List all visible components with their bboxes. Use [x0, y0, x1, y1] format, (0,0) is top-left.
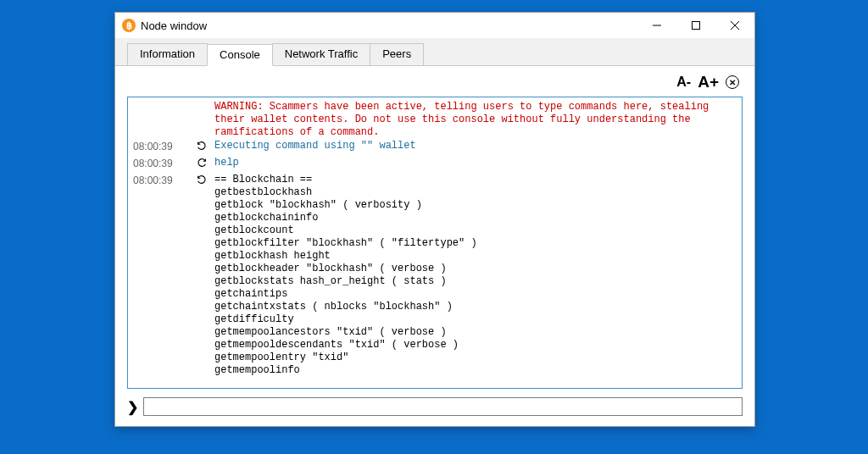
window-title: Node window [141, 19, 207, 32]
console-row: 08:00:39== Blockchain == getbestblockhas… [133, 174, 737, 377]
arrow-out-icon [184, 140, 214, 156]
console-output[interactable]: WARNING: Scammers have been active, tell… [127, 97, 743, 389]
titlebar: ฿ Node window [115, 13, 754, 38]
timestamp: 08:00:39 [133, 157, 184, 170]
timestamp: 08:00:39 [133, 140, 184, 153]
tab-peers[interactable]: Peers [370, 43, 424, 65]
svg-rect-1 [693, 22, 700, 30]
close-button[interactable] [715, 13, 754, 38]
console-warning-row: WARNING: Scammers have been active, tell… [133, 101, 737, 139]
prompt-icon: ❯ [127, 399, 138, 415]
console-warning: WARNING: Scammers have been active, tell… [214, 101, 737, 139]
clear-console-button[interactable]: ✕ [726, 75, 739, 89]
bitcoin-icon: ฿ [122, 19, 136, 32]
console-input[interactable] [143, 397, 743, 416]
arrow-in-icon [184, 157, 214, 173]
timestamp: 08:00:39 [133, 174, 184, 187]
font-increase-button[interactable]: A+ [698, 73, 719, 91]
tab-row: Information Console Network Traffic Peer… [115, 38, 754, 66]
maximize-button[interactable] [676, 13, 715, 38]
console-input-bar: ❯ [127, 397, 743, 416]
console-message: help [214, 157, 737, 169]
font-decrease-button[interactable]: A- [676, 75, 691, 90]
console-message: == Blockchain == getbestblockhash getblo… [214, 174, 737, 377]
tab-content: A- A+ ✕ WARNING: Scammers have been acti… [115, 66, 754, 426]
tab-console[interactable]: Console [207, 44, 273, 66]
tab-network-traffic[interactable]: Network Traffic [272, 43, 370, 65]
node-window: ฿ Node window Information Console Networ… [114, 12, 755, 427]
tab-information[interactable]: Information [127, 43, 208, 65]
console-row: 08:00:39help [133, 157, 737, 173]
console-row: 08:00:39Executing command using "" walle… [133, 140, 737, 156]
arrow-out-icon [184, 174, 214, 190]
console-toolbar: A- A+ ✕ [127, 73, 743, 97]
console-message: Executing command using "" wallet [214, 140, 737, 152]
minimize-button[interactable] [637, 13, 676, 38]
